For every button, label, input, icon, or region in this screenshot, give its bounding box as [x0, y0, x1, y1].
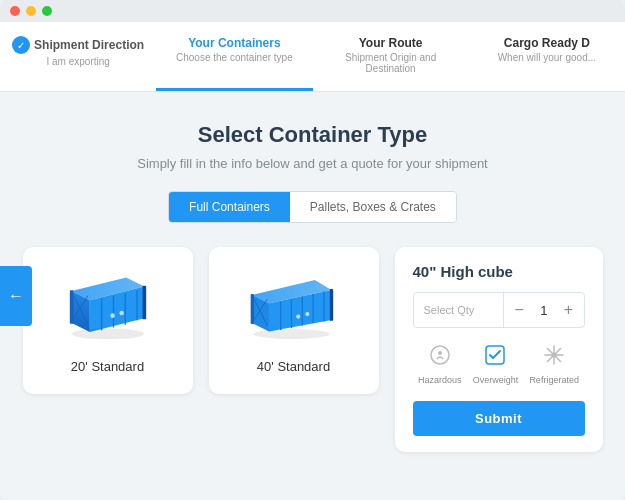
- tab-full-containers[interactable]: Full Containers: [169, 192, 290, 222]
- refrigerated-icon: [543, 344, 565, 371]
- step-cargo-ready[interactable]: Cargo Ready D When will your good...: [469, 22, 625, 91]
- svg-rect-7: [69, 290, 73, 324]
- container-cards-row: 20' Standard: [23, 247, 603, 452]
- step-2-sub: Choose the container type: [168, 52, 300, 63]
- qty-increase-button[interactable]: +: [554, 293, 584, 327]
- back-button[interactable]: ←: [0, 266, 32, 326]
- container-features: Hazardous Overweight: [413, 344, 585, 385]
- maximize-dot[interactable]: [42, 6, 52, 16]
- tab-pallets-boxes[interactable]: Pallets, Boxes & Crates: [290, 192, 456, 222]
- page-subtitle: Simply fill in the info below and get a …: [137, 156, 487, 171]
- minimize-dot[interactable]: [26, 6, 36, 16]
- svg-point-30: [438, 351, 442, 355]
- step-3-sub: Shipment Origin and Destination: [325, 52, 457, 74]
- feature-hazardous[interactable]: Hazardous: [418, 344, 462, 385]
- step-1-sub: I am exporting: [12, 56, 144, 67]
- feature-refrigerated[interactable]: Refrigerated: [529, 344, 579, 385]
- step-your-containers[interactable]: Your Containers Choose the container typ…: [156, 22, 312, 91]
- stepper: ✓ Shipment Direction I am exporting Your…: [0, 22, 625, 92]
- container-20ft-image: [58, 267, 158, 347]
- step-2-title: Your Containers: [168, 36, 300, 50]
- qty-selector: Select Qty − 1 +: [413, 292, 585, 328]
- step-check-icon: ✓: [12, 36, 30, 54]
- overweight-label: Overweight: [473, 375, 519, 385]
- container-40ft-image: [244, 267, 344, 347]
- step-shipment-direction[interactable]: ✓ Shipment Direction I am exporting: [0, 22, 156, 91]
- svg-point-24: [296, 315, 300, 319]
- container-type-tabs: Full Containers Pallets, Boxes & Crates: [168, 191, 457, 223]
- svg-point-25: [305, 312, 309, 316]
- qty-decrease-button[interactable]: −: [504, 293, 534, 327]
- svg-point-13: [71, 328, 144, 339]
- main-content: ← Select Container Type Simply fill in t…: [0, 92, 625, 500]
- step-3-title: Your Route: [325, 36, 457, 50]
- hazardous-icon: [429, 344, 451, 371]
- svg-rect-22: [250, 294, 253, 324]
- card-20ft-label: 20' Standard: [71, 359, 144, 374]
- svg-point-36: [552, 353, 557, 358]
- step-1-title: Shipment Direction: [34, 38, 144, 52]
- step-4-sub: When will your good...: [481, 52, 613, 63]
- container-detail-panel: 40" High cube Select Qty − 1 +: [395, 247, 603, 452]
- svg-rect-23: [329, 289, 332, 321]
- svg-rect-8: [142, 286, 146, 320]
- step-4-title: Cargo Ready D: [481, 36, 613, 50]
- qty-placeholder: Select Qty: [414, 296, 504, 324]
- overweight-icon: [484, 344, 506, 371]
- card-40ft-label: 40' Standard: [257, 359, 330, 374]
- page-title: Select Container Type: [198, 122, 427, 148]
- app-window: ✓ Shipment Direction I am exporting Your…: [0, 0, 625, 500]
- svg-point-9: [110, 313, 115, 318]
- svg-point-10: [119, 311, 124, 316]
- refrigerated-label: Refrigerated: [529, 375, 579, 385]
- card-20ft-standard[interactable]: 20' Standard: [23, 247, 193, 394]
- svg-point-28: [253, 329, 330, 339]
- panel-title: 40" High cube: [413, 263, 585, 280]
- feature-overweight[interactable]: Overweight: [473, 344, 519, 385]
- titlebar: [0, 0, 625, 22]
- qty-value: 1: [534, 303, 553, 318]
- back-arrow-icon: ←: [8, 287, 24, 305]
- card-40ft-standard[interactable]: 40' Standard: [209, 247, 379, 394]
- close-dot[interactable]: [10, 6, 20, 16]
- step-your-route[interactable]: Your Route Shipment Origin and Destinati…: [313, 22, 469, 91]
- submit-button[interactable]: Submit: [413, 401, 585, 436]
- hazardous-label: Hazardous: [418, 375, 462, 385]
